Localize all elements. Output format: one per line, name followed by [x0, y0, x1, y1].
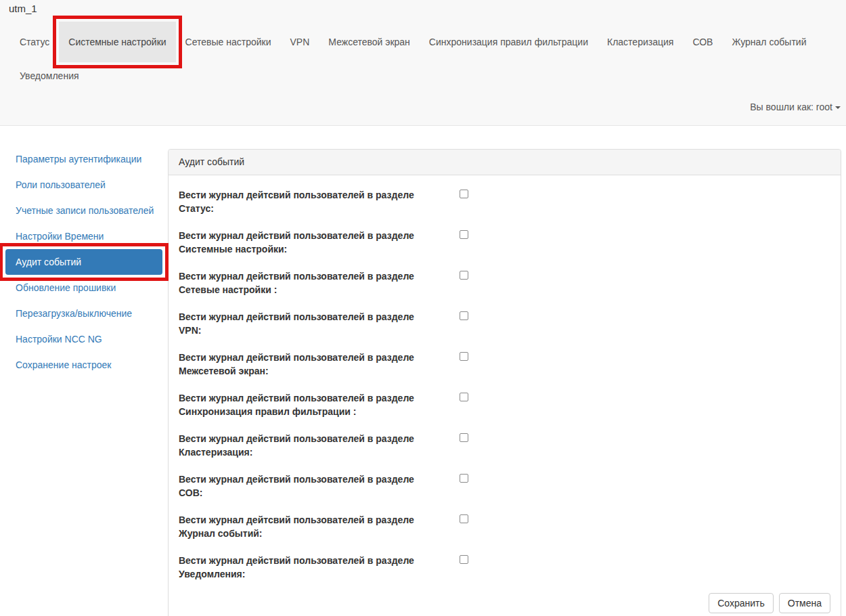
checkbox-label: Вести журнал дейтсвий пользователей в ра…: [179, 513, 458, 540]
label-line1: Вести журнал действий пользователей в ра…: [179, 271, 414, 282]
checkbox-label: Вести журнал действий пользователей в ра…: [179, 229, 458, 256]
tab-network-settings[interactable]: Сетевые настройки: [176, 22, 281, 62]
checkbox-label: Вести журнал дейтсвий пользователей в ра…: [179, 188, 458, 215]
tab-system-settings[interactable]: Системные настройки: [59, 22, 175, 62]
sidebar-item-user-accounts[interactable]: Учетные записи пользователей: [5, 198, 162, 223]
form-row-system-settings: Вести журнал действий пользователей в ра…: [179, 229, 830, 256]
app-title: utm_1: [9, 3, 37, 14]
label-line1: Вести журнал дейтсвий пользователей в ра…: [179, 190, 414, 200]
checkbox-audit-system-settings[interactable]: [460, 230, 468, 239]
sidebar-item-audit-label: Аудит событий: [16, 257, 81, 267]
caret-down-icon: [835, 106, 841, 109]
label-line2: Синхронизация правил фильтрации :: [179, 406, 356, 417]
label-line2: Уведомления:: [179, 569, 245, 579]
tab-system-settings-label: Системные настройки: [68, 37, 166, 47]
panel-title: Аудит событий: [169, 150, 841, 175]
label-line2: СОВ:: [179, 487, 202, 498]
form-row-status: Вести журнал дейтсвий пользователей в ра…: [179, 188, 830, 215]
tab-filter-rules-sync[interactable]: Синхронизация правил фильтрации: [420, 22, 598, 62]
tab-status[interactable]: Статус: [10, 22, 59, 62]
label-line1: Вести журнал действий пользователей в ра…: [179, 311, 414, 322]
tab-ids[interactable]: СОВ: [683, 22, 722, 62]
label-line2: VPN:: [179, 325, 201, 336]
checkbox-audit-filter-rules-sync[interactable]: [460, 393, 468, 401]
sidebar-item-reboot-shutdown[interactable]: Перезагрузка/выключение: [5, 301, 162, 326]
sidebar-item-firmware-update[interactable]: Обновление прошивки: [5, 275, 162, 301]
tab-bar-row2: Уведомления: [10, 62, 89, 93]
sidebar-item-auth-params[interactable]: Параметры аутентификации: [5, 146, 162, 172]
label-line1: Вести журнал действий пользователей в ра…: [179, 433, 414, 444]
checkbox-audit-ids[interactable]: [460, 474, 468, 483]
checkbox-audit-clustering[interactable]: [460, 433, 468, 442]
label-line2: Системные настройки:: [179, 244, 287, 255]
label-line2: Сетевые настройки :: [179, 284, 277, 295]
form-row-event-log: Вести журнал дейтсвий пользователей в ра…: [179, 513, 830, 540]
sidebar-item-audit[interactable]: Аудит событий: [5, 249, 162, 275]
checkbox-audit-event-log[interactable]: [460, 514, 468, 523]
tab-firewall[interactable]: Межсетевой экран: [319, 22, 420, 62]
form-buttons: Сохранить Отмена: [179, 593, 830, 613]
form-row-notifications: Вести журнал действий пользователей в ра…: [179, 554, 830, 581]
checkbox-audit-firewall[interactable]: [460, 352, 468, 361]
form-row-clustering: Вести журнал действий пользователей в ра…: [179, 432, 830, 459]
user-menu[interactable]: Вы вошли как: root: [750, 102, 841, 112]
tab-clustering[interactable]: Кластеризация: [598, 22, 683, 62]
form-row-ids: Вести журнал действий пользователей в ра…: [179, 472, 830, 500]
save-button[interactable]: Сохранить: [709, 593, 774, 613]
checkbox-label: Вести журнал действий пользователей в ра…: [179, 432, 458, 459]
label-line1: Вести журнал действий пользователей в ра…: [179, 352, 414, 363]
label-line1: Вести журнал действий пользователей в ра…: [179, 555, 414, 566]
label-line1: Вести журнал дейтсвий пользователей в ра…: [179, 514, 414, 525]
checkbox-label: Вести журнал действий пользователей в ра…: [179, 472, 458, 500]
cancel-button[interactable]: Отмена: [779, 593, 830, 613]
sidebar-item-ncc-ng-settings[interactable]: Настройки NCC NG: [5, 326, 162, 352]
form-row-vpn: Вести журнал действий пользователей в ра…: [179, 310, 830, 337]
logged-in-as-label: Вы вошли как: root: [750, 102, 832, 112]
settings-sidebar: Параметры аутентификации Роли пользовате…: [5, 146, 162, 378]
label-line2: Журнал событий:: [179, 528, 263, 539]
top-navbar: utm_1 Статус Системные настройки Сетевые…: [0, 0, 846, 126]
sidebar-item-time-settings[interactable]: Настройки Времени: [5, 223, 162, 249]
checkbox-audit-notifications[interactable]: [460, 555, 468, 564]
checkbox-label: Вести журнал действий пользователей в ра…: [179, 554, 458, 581]
tab-event-log[interactable]: Журнал событий: [722, 22, 816, 62]
form-row-filter-rules-sync: Вести журнал действий пользователей в ра…: [179, 391, 830, 418]
checkbox-label: Вести журнал действий пользователей в ра…: [179, 351, 458, 378]
label-line1: Вести журнал действий пользователей в ра…: [179, 230, 414, 241]
form-row-firewall: Вести журнал действий пользователей в ра…: [179, 351, 830, 378]
checkbox-label: Вести журнал действий пользователей в ра…: [179, 310, 458, 337]
tab-bar-row1: Статус Системные настройки Сетевые настр…: [10, 22, 816, 62]
checkbox-label: Вести журнал действий пользователей в ра…: [179, 269, 458, 296]
sidebar-item-save-settings[interactable]: Сохранение настроек: [5, 352, 162, 378]
tab-notifications[interactable]: Уведомления: [10, 62, 89, 93]
audit-settings-form: Вести журнал дейтсвий пользователей в ра…: [169, 175, 841, 613]
audit-events-panel: Аудит событий Вести журнал дейтсвий поль…: [168, 149, 841, 616]
label-line1: Вести журнал действий пользователей в ра…: [179, 393, 414, 403]
tab-vpn[interactable]: VPN: [281, 22, 319, 62]
label-line1: Вести журнал действий пользователей в ра…: [179, 474, 414, 485]
checkbox-label: Вести журнал действий пользователей в ра…: [179, 391, 458, 418]
checkbox-audit-vpn[interactable]: [460, 311, 468, 320]
form-row-network-settings: Вести журнал действий пользователей в ра…: [179, 269, 830, 296]
checkbox-audit-network-settings[interactable]: [460, 271, 468, 280]
label-line2: Статус:: [179, 203, 214, 214]
label-line2: Кластеризация:: [179, 447, 252, 458]
checkbox-audit-status[interactable]: [460, 190, 468, 198]
sidebar-item-user-roles[interactable]: Роли пользователей: [5, 172, 162, 198]
label-line2: Межсетевой экран:: [179, 366, 269, 376]
